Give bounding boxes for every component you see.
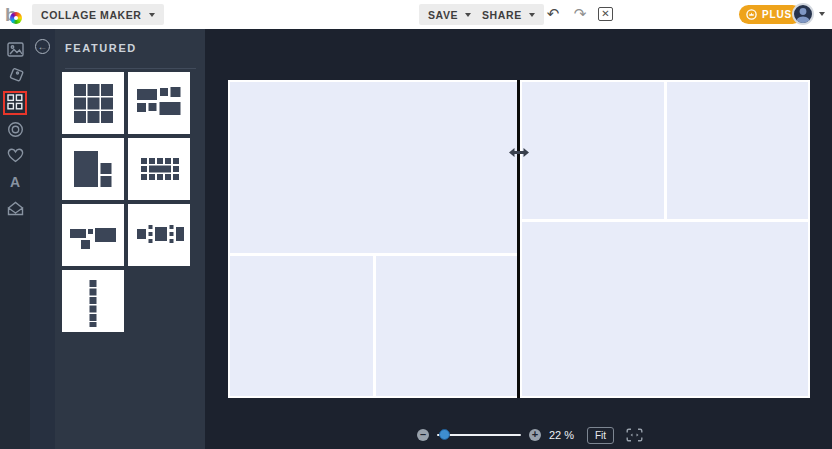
save-label: SAVE (428, 9, 458, 21)
collage-cell-bottom-right[interactable] (522, 222, 808, 396)
collage-cell-top-right-2[interactable] (667, 82, 808, 219)
zoom-in-icon[interactable]: + (529, 429, 541, 441)
collage-cell-top-right-1[interactable] (522, 82, 664, 219)
avatar[interactable] (792, 3, 814, 25)
layout-thumb-mosaic-horizontal[interactable] (62, 204, 124, 266)
collage-cell-bottom-left-2[interactable] (376, 256, 517, 396)
collage-cell-top-left[interactable] (230, 82, 517, 253)
person-icon (794, 5, 812, 23)
layout-thumb-filmstrip-mixed[interactable] (128, 204, 190, 266)
text-icon[interactable]: A (6, 173, 24, 191)
back-arrow-icon[interactable]: ← (35, 39, 50, 54)
share-label: SHARE (482, 9, 522, 21)
layout-thumbnails (62, 72, 198, 332)
undo-icon[interactable]: ↶ (544, 5, 562, 23)
layout-thumb-vertical-strip[interactable] (62, 270, 124, 332)
target-icon[interactable] (6, 120, 24, 138)
save-button[interactable]: SAVE (419, 4, 480, 25)
collage-maker-label: COLLAGE MAKER (41, 9, 142, 21)
plus-label: PLUS (762, 9, 792, 20)
collage-maker-menu[interactable]: COLLAGE MAKER (32, 4, 164, 25)
fit-button[interactable]: Fit (587, 427, 614, 444)
panel-back-strip: ← (30, 29, 55, 449)
zoom-slider[interactable] (437, 434, 521, 436)
logo-colorwheel (10, 12, 22, 24)
caret-down-icon (149, 13, 155, 17)
grid-icon[interactable] (6, 93, 24, 111)
tag-icon[interactable] (6, 67, 24, 85)
layout-thumb-big-left-split-right[interactable] (62, 138, 124, 200)
redo-icon[interactable]: ↷ (571, 5, 589, 23)
collage-cell-bottom-left-1[interactable] (230, 256, 373, 396)
panel-title: FEATURED (65, 42, 137, 54)
layout-thumb-grid-3x3[interactable] (62, 72, 124, 134)
heart-icon[interactable] (6, 146, 24, 164)
zoom-slider-thumb[interactable] (439, 429, 450, 440)
topbar: b COLLAGE MAKER SAVE SHARE ↶ ↷ ✕ PLUS (0, 0, 832, 29)
caret-down-icon[interactable] (819, 12, 825, 16)
image-icon[interactable] (6, 40, 24, 58)
close-icon[interactable]: ✕ (598, 7, 613, 21)
panel-divider (65, 68, 196, 69)
befunky-logo[interactable]: b (5, 4, 25, 25)
zoom-percentage: 22 % (549, 429, 579, 441)
caret-down-icon (465, 13, 471, 17)
zoom-out-icon[interactable]: – (417, 429, 429, 441)
fit-screen-icon[interactable] (626, 428, 643, 442)
caret-down-icon (529, 13, 535, 17)
envelope-icon[interactable] (6, 199, 24, 217)
zoom-bar: – + 22 % Fit (417, 424, 643, 446)
featured-panel: FEATURED (55, 29, 205, 449)
column-divider-handle[interactable] (517, 80, 520, 398)
layout-thumb-border-frame[interactable] (128, 138, 190, 200)
collage-canvas (228, 80, 810, 398)
canvas-area: – + 22 % Fit (205, 29, 832, 449)
layout-thumb-mosaic-mixed[interactable] (128, 72, 190, 134)
tool-rail: A (0, 29, 30, 449)
plus-badge-icon (746, 9, 757, 20)
share-button[interactable]: SHARE (473, 4, 544, 25)
